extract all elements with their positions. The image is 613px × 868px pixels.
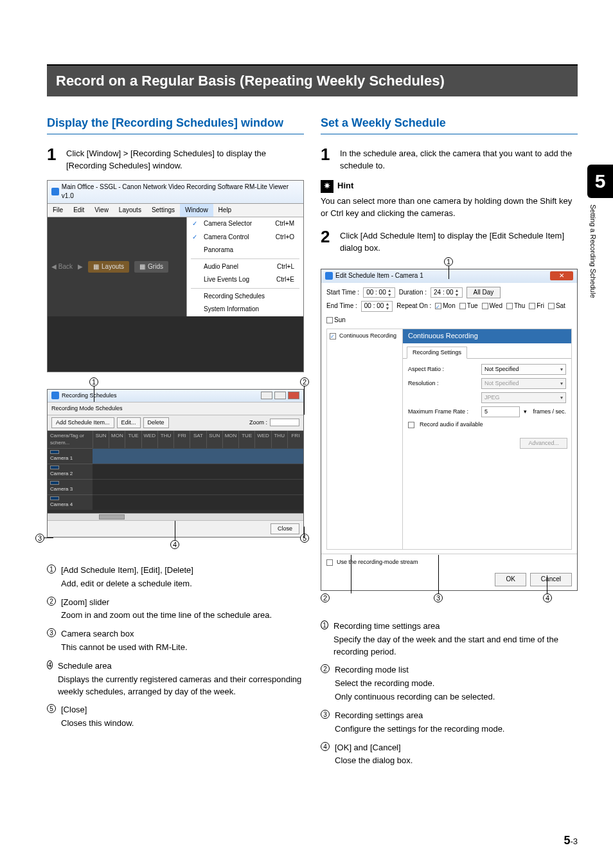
item-1-title: [Add Schedule Item], [Edit], [Delete] bbox=[61, 565, 193, 577]
day-thu[interactable]: Thu bbox=[506, 302, 525, 311]
zoom-label: Zoom : bbox=[249, 419, 267, 427]
r-item-4-title: [OK] and [Cancel] bbox=[335, 742, 413, 754]
app-toolbar: ◀ Back ▶ ▦Layouts ▦Grids bbox=[48, 217, 186, 316]
all-day-button[interactable]: All Day bbox=[466, 287, 501, 299]
hint-icon: ✷ bbox=[321, 180, 333, 193]
duration-label: Duration : bbox=[399, 288, 427, 298]
day-sun[interactable]: Sun bbox=[326, 316, 346, 325]
sched-titlebar: Recording Schedules bbox=[48, 390, 303, 402]
menu-window[interactable]: Window bbox=[180, 204, 213, 217]
r-item-2-title: Recording mode list bbox=[335, 664, 495, 676]
chapter-side-label: Setting a Recording Schedule bbox=[587, 198, 605, 298]
r-item-2-desc: Select the recording mode. bbox=[335, 678, 495, 690]
chapter-title: Record on a Regular Basis (Repeating Wee… bbox=[47, 64, 578, 96]
chapter-number: 5 bbox=[587, 165, 613, 198]
day-tue[interactable]: Tue bbox=[459, 302, 478, 311]
r-item-1-title: Recording time settings area bbox=[333, 620, 578, 633]
duration-input[interactable]: 24 : 00▲▼ bbox=[431, 287, 463, 298]
left-section-heading: Display the [Recording Schedules] window bbox=[47, 114, 304, 134]
menu-item-live-events-log[interactable]: Live Events LogCtrl+E bbox=[187, 273, 303, 287]
menu-layouts[interactable]: Layouts bbox=[114, 204, 147, 217]
sched-subtitle: Recording Mode Schedules bbox=[48, 402, 303, 415]
callout-1: 1 bbox=[444, 257, 453, 266]
hint-text: You can select more than one camera by h… bbox=[321, 195, 578, 220]
app-icon bbox=[51, 188, 59, 195]
item-3-desc: This cannot be used with RM-Lite. bbox=[61, 642, 188, 654]
zoom-slider[interactable] bbox=[270, 419, 299, 426]
menu-item-camera-selector[interactable]: ✓Camera SelectorCtrl+M bbox=[187, 217, 303, 231]
menu-item-system-information[interactable]: System Information bbox=[187, 303, 303, 316]
step-text: Click [Add Schedule Item] to display the… bbox=[340, 228, 578, 255]
use-recording-mode-stream-checkbox[interactable]: Use the recording-mode stream bbox=[337, 558, 418, 566]
menu-item-panorama[interactable]: Panorama bbox=[187, 244, 303, 257]
add-schedule-item-button[interactable]: Add Schedule Item... bbox=[51, 417, 114, 428]
video-format-select: JPEG▾ bbox=[481, 392, 566, 403]
close-button[interactable]: Close bbox=[271, 523, 299, 534]
day-wed[interactable]: Wed bbox=[482, 302, 502, 311]
chapter-side-tab: 5 Setting a Recording Schedule bbox=[587, 165, 613, 293]
recording-mode-list[interactable]: Continuous Recording bbox=[327, 329, 403, 549]
end-time-label: End Time : bbox=[326, 302, 357, 311]
item-2-title: [Zoom] slider bbox=[61, 597, 272, 609]
ok-button[interactable]: OK bbox=[495, 573, 526, 586]
resolution-select: Not Specified▾ bbox=[481, 378, 566, 389]
layouts-button[interactable]: ▦Layouts bbox=[88, 261, 129, 273]
end-time-input[interactable]: 00 : 00▲▼ bbox=[361, 301, 393, 312]
aspect-ratio-select[interactable]: Not Specified▾ bbox=[481, 364, 566, 375]
horizontal-scrollbar[interactable] bbox=[48, 513, 303, 520]
callout-3: 3 bbox=[434, 593, 443, 602]
menu-help[interactable]: Help bbox=[213, 204, 237, 217]
page-number: 5-3 bbox=[564, 832, 578, 849]
item-1-desc: Add, edit or delete a schedule item. bbox=[61, 578, 193, 590]
step-number: 1 bbox=[47, 146, 58, 172]
record-audio-checkbox[interactable]: Record audio if available bbox=[420, 420, 483, 429]
nav-fwd[interactable]: ▶ bbox=[78, 262, 83, 272]
grids-button[interactable]: ▦Grids bbox=[134, 261, 168, 273]
pane-heading: Continuous Recording bbox=[403, 329, 571, 343]
menu-file[interactable]: File bbox=[48, 204, 68, 217]
dialog-close-button[interactable]: ✕ bbox=[550, 271, 573, 280]
recording-settings-area: Continuous Recording Recording Settings … bbox=[403, 329, 571, 549]
camera-1-track[interactable] bbox=[93, 448, 303, 464]
max-frame-rate-input[interactable]: 5 bbox=[481, 406, 520, 417]
menu-item-camera-control[interactable]: ✓Camera ControlCtrl+O bbox=[187, 231, 303, 244]
recording-settings-tab[interactable]: Recording Settings bbox=[407, 347, 467, 359]
app-title-text: Main Office - SSGL - Canon Network Video… bbox=[62, 183, 299, 201]
callout-1: 1 bbox=[89, 377, 98, 386]
menubar: File Edit View Layouts Settings Window H… bbox=[48, 204, 303, 218]
menu-view[interactable]: View bbox=[89, 204, 114, 217]
item-4-desc: Displays the currently registered camera… bbox=[58, 674, 304, 698]
hint-label: Hint bbox=[337, 180, 353, 192]
schedule-area[interactable]: Camera/Tag or schem... SUNMONTUEWEDTHUFR… bbox=[48, 431, 303, 513]
camera-3-track[interactable] bbox=[93, 479, 303, 494]
window-controls[interactable] bbox=[261, 392, 299, 399]
window-menu-dropdown: ✓Camera SelectorCtrl+M ✓Camera ControlCt… bbox=[186, 217, 303, 316]
advanced-button: Advanced... bbox=[520, 438, 567, 449]
day-mon[interactable]: Mon bbox=[435, 302, 455, 311]
item-5-desc: Closes this window. bbox=[61, 718, 134, 730]
step-number: 2 bbox=[321, 228, 332, 255]
menu-edit[interactable]: Edit bbox=[68, 204, 89, 217]
callout-2: 2 bbox=[321, 593, 330, 602]
item-3-title: Camera search box bbox=[61, 628, 188, 640]
start-time-label: Start Time : bbox=[326, 288, 359, 298]
callout-4: 4 bbox=[170, 540, 179, 549]
callout-5: 5 bbox=[300, 534, 309, 543]
menu-item-recording-schedules[interactable]: Recording Schedules bbox=[187, 290, 303, 303]
day-sat[interactable]: Sat bbox=[548, 302, 565, 311]
delete-button[interactable]: Delete bbox=[143, 417, 169, 428]
r-item-4-desc: Close the dialog box. bbox=[335, 755, 413, 767]
day-fri[interactable]: Fri bbox=[529, 302, 544, 311]
nav-back[interactable]: ◀ Back bbox=[51, 262, 73, 272]
menu-settings[interactable]: Settings bbox=[147, 204, 180, 217]
app-titlebar: Main Office - SSGL - Canon Network Video… bbox=[48, 181, 303, 204]
camera-4-track[interactable] bbox=[93, 494, 303, 510]
menu-item-audio-panel[interactable]: Audio PanelCtrl+L bbox=[187, 260, 303, 274]
repeat-on-label: Repeat On : bbox=[396, 302, 431, 311]
camera-2-track[interactable] bbox=[93, 464, 303, 479]
edit-button[interactable]: Edit... bbox=[117, 417, 141, 428]
start-time-input[interactable]: 00 : 00▲▼ bbox=[363, 287, 395, 298]
edit-schedule-dialog: Edit Schedule Item - Camera 1 ✕ Start Ti… bbox=[321, 269, 578, 591]
cancel-button[interactable]: Cancel bbox=[530, 573, 572, 586]
camera-column-header: Camera/Tag or schem... bbox=[48, 431, 93, 448]
